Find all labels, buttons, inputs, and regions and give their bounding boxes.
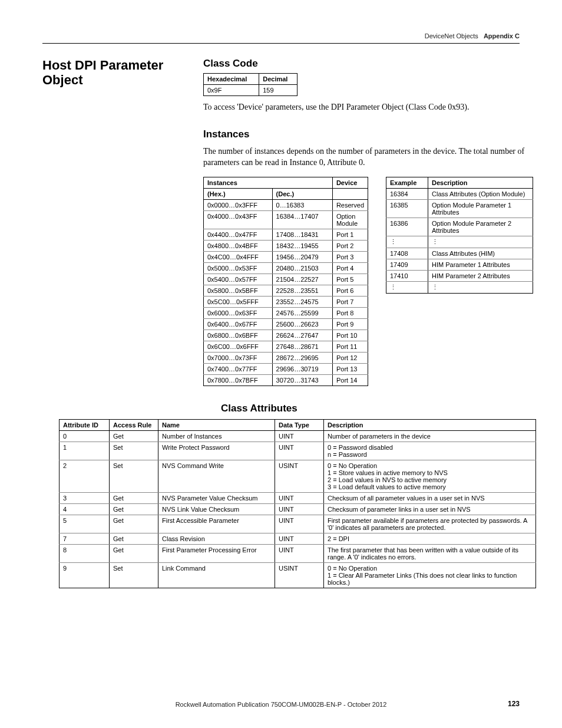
cell: 0x4400…0x47FF [204,229,273,240]
cell: Checksum of all parameter values in a us… [324,492,536,503]
table-row: 4GetNVS Link Value ChecksumUINTChecksum … [59,503,536,515]
class-attributes-table: Attribute ID Access Rule Name Data Type … [59,419,536,588]
example-table: Example Description 16384Class Attribute… [386,177,533,294]
cell: Port 7 [332,296,368,307]
cell: 0x5C00…0x5FFF [204,296,273,307]
cell: 0x0000…0x3FFF [204,199,273,210]
th-device: Device [332,177,368,188]
cell: 0x7000…0x73FF [204,352,273,363]
cell: 1 [59,442,110,460]
table-row: 0x7800…0x7BFF30720…31743Port 14 [204,374,368,386]
cell: 2 = DPI [324,533,536,544]
cell: Port 14 [332,374,368,386]
cell: Number of Instances [158,430,275,442]
table-row: 0x6C00…0x6FFF27648…28671Port 11 [204,341,368,352]
cell: 0…16383 [272,199,332,210]
table-row: 0x7000…0x73FF28672…29695Port 12 [204,352,368,363]
cell: 25600…26623 [272,318,332,330]
table-row: 17410HIM Parameter 2 Attributes [386,270,533,281]
cell: 0x5000…0x53FF [204,262,273,274]
cell: Port 1 [332,229,368,240]
cell: 0x7400…0x77FF [204,363,273,374]
cell: Port 5 [332,274,368,285]
cell: Get [110,515,158,533]
running-header: DeviceNet Objects Appendix C [42,32,520,39]
table-row: 0x6800…0x6BFF26624…27647Port 10 [204,330,368,341]
cell: 0x6800…0x6BFF [204,330,273,341]
cell: 30720…31743 [272,374,332,386]
cell: Port 10 [332,330,368,341]
th-data-type: Data Type [275,419,324,430]
table-row: 16385Option Module Parameter 1 Attribute… [386,199,533,218]
cell: 3 [59,492,110,503]
table-row: 0x4400…0x47FF17408…18431Port 1 [204,229,368,240]
th-example: Example [386,177,428,188]
table-row: 0GetNumber of InstancesUINTNumber of par… [59,430,536,442]
table-row: 0x5800…0x5BFF22528…23551Port 6 [204,285,368,296]
cell: 0x4000…0x43FF [204,210,273,229]
instances-table: Instances Device (Hex.) (Dec.) 0x0000…0x… [203,177,368,386]
cell: ⋮ [386,281,428,293]
chapter-title: DeviceNet Objects [425,32,478,39]
cell: Checksum of parameter links in a user se… [324,503,536,515]
th-name: Name [158,419,275,430]
cell: 7 [59,533,110,544]
table-row: 0x6400…0x67FF25600…26623Port 9 [204,318,368,330]
cell: First Parameter Processing Error [158,544,275,562]
cell: First Accessible Parameter [158,515,275,533]
cell: 0 = Password disabled n = Password [324,442,536,460]
table-row: 7GetClass RevisionUINT2 = DPI [59,533,536,544]
table-row: 0x5C00…0x5FFF23552…24575Port 7 [204,296,368,307]
table-row: 0x5000…0x53FF20480…21503Port 4 [204,262,368,274]
cell: 17409 [386,259,428,270]
cell: USINT [275,460,324,492]
classcode-hex: 0x9F [204,85,259,96]
class-code-heading: Class Code [203,58,536,70]
th-instances: Instances [204,177,333,188]
cell: 16384…17407 [272,210,332,229]
cell: Port 2 [332,240,368,251]
table-row: ⋮⋮ [386,236,533,248]
cell: Option Module Parameter 1 Attributes [428,199,533,218]
cell: NVS Command Write [158,460,275,492]
table-row: 17409HIM Parameter 1 Attributes [386,259,533,270]
table-row: 17408Class Attributes (HIM) [386,248,533,259]
cell: UINT [275,430,324,442]
cell: 24576…25599 [272,307,332,318]
cell: 8 [59,544,110,562]
cell: Set [110,460,158,492]
cell: Set [110,442,158,460]
table-row: 5GetFirst Accessible ParameterUINTFirst … [59,515,536,533]
cell: ⋮ [428,236,533,248]
cell: 18432…19455 [272,240,332,251]
cell: 16386 [386,218,428,236]
cell: 26624…27647 [272,330,332,341]
table-row: ⋮⋮ [386,281,533,293]
th-access-rule: Access Rule [110,419,158,430]
cell: 17408…18431 [272,229,332,240]
cell: 17408 [386,248,428,259]
instances-heading: Instances [203,129,536,140]
cell: 22528…23551 [272,285,332,296]
cell: UINT [275,544,324,562]
cell: UINT [275,503,324,515]
th-dec: (Dec.) [272,188,332,199]
cell: Link Command [158,562,275,588]
section-title: Host DPI Parameter Object [42,58,187,88]
cell: Option Module Parameter 2 Attributes [428,218,533,236]
cell: NVS Link Value Checksum [158,503,275,515]
cell: 16384 [386,188,428,199]
cell: 0x4800…0x4BFF [204,240,273,251]
header-rule [42,43,520,44]
table-row: 0x7400…0x77FF29696…30719Port 13 [204,363,368,374]
cell: Port 12 [332,352,368,363]
cell: Port 13 [332,363,368,374]
cell: Get [110,492,158,503]
table-row: 3GetNVS Parameter Value ChecksumUINTChec… [59,492,536,503]
table-row: 0x4C00…0x4FFF19456…20479Port 3 [204,251,368,262]
table-row: 8GetFirst Parameter Processing ErrorUINT… [59,544,536,562]
table-row: 16384Class Attributes (Option Module) [386,188,533,199]
cell: Get [110,430,158,442]
table-row: 16386Option Module Parameter 2 Attribute… [386,218,533,236]
table-row: 0x5400…0x57FF21504…22527Port 5 [204,274,368,285]
